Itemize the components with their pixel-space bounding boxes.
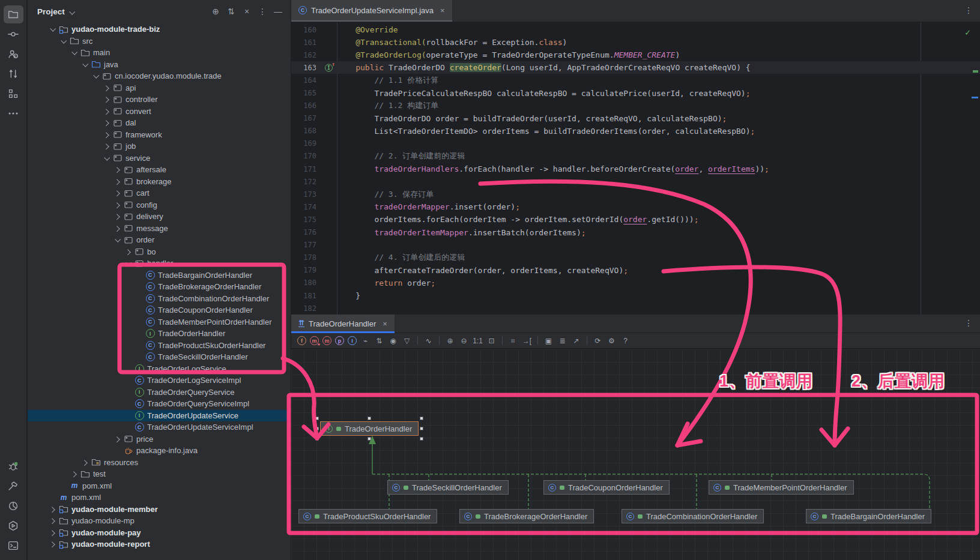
apply-layout-icon[interactable]: ⌗ [507,335,519,347]
fit-content-icon[interactable]: ⊡ [485,335,498,347]
expand-selection-icon[interactable]: ⇅ [225,5,238,18]
line-number[interactable]: 168 [291,127,337,135]
tree-row[interactable]: dal [28,117,291,129]
tree-row[interactable]: test [28,468,291,480]
chevron-right-icon[interactable] [112,191,122,195]
line-number[interactable]: 174 [291,203,337,211]
tree-row[interactable]: ITradeOrderHandler [28,328,291,340]
diagram-node[interactable]: CTradeProductSkuOrderHandler [298,509,437,523]
more-icon[interactable]: ⋮ [256,5,269,18]
tree-row[interactable]: ITradeOrderUpdateService [28,410,291,422]
tree-row[interactable]: price [28,433,291,445]
chevron-down-icon[interactable] [79,62,90,67]
tree-row[interactable]: resources [28,457,291,469]
line-number[interactable]: 176 [291,228,337,236]
tree-row[interactable]: CTradeOrderQueryServiceImpl [28,398,291,410]
tree-row[interactable]: CTradeSeckillOrderHandler [28,351,291,363]
profiler-icon[interactable] [4,497,23,515]
edge-creation-icon[interactable]: ∿ [422,335,435,347]
tree-row[interactable]: CTradeOrderLogServiceImpl [28,375,291,387]
code-line[interactable]: 175orderItems.forEach(orderItem -> order… [291,213,980,226]
diagram-node[interactable]: CTradeCouponOrderHandler [543,480,670,495]
line-number[interactable]: 167 [291,114,337,122]
code-line[interactable]: 167TradeOrderDO order = buildTradeOrder(… [291,112,980,125]
filter-icon[interactable]: ▽ [401,335,413,347]
tree-row[interactable]: cn.iocoder.yudao.module.trade [28,70,291,82]
link-icon[interactable]: ⌁ [359,335,372,347]
chevron-right-icon[interactable] [79,460,90,465]
project-panel-title[interactable]: Project [37,7,65,16]
tree-row[interactable]: yudao-module-report [28,538,291,550]
tree-row[interactable]: convert [28,106,291,118]
line-number[interactable]: 166 [291,101,337,110]
line-number[interactable]: 163I↑ [291,64,337,72]
chevron-down-icon[interactable] [112,238,122,242]
line-number[interactable]: 165 [291,89,337,97]
editor-tab[interactable]: C TradeOrderUpdateServiceImpl.java × [291,0,452,22]
chevron-right-icon[interactable] [122,250,133,254]
methods-visibility-toggle[interactable]: m [322,336,331,345]
tree-row[interactable]: CTradeCombinationOrderHandler [28,293,291,305]
code-line[interactable]: 172 [291,175,980,188]
tree-row[interactable]: package-info.java [28,445,291,457]
chevron-right-icon[interactable] [47,542,58,546]
tree-row[interactable]: ITradeOrderQueryService [28,387,291,399]
code-line[interactable]: 171tradeOrderHandlers.forEach(handler ->… [291,163,980,175]
tree-row[interactable]: CTradeOrderUpdateServiceImpl [28,421,291,433]
build-icon[interactable] [4,477,23,495]
code-line[interactable]: 161@Transactional(rollbackFor = Exceptio… [291,36,980,49]
code-line[interactable]: 182 [291,302,980,315]
code-line[interactable]: 177 [291,239,980,251]
line-number[interactable]: 179 [291,266,337,274]
chevron-right-icon[interactable] [101,144,112,148]
structure-icon[interactable] [4,85,23,103]
kebab-menu-icon[interactable]: ⋮ [964,5,973,15]
chevron-right-icon[interactable] [112,214,122,218]
refresh-icon[interactable]: ⟳ [591,335,604,347]
help-icon[interactable]: ? [619,335,632,347]
selection-handle[interactable] [368,437,371,441]
tree-row[interactable]: framework [28,129,291,141]
close-icon[interactable]: × [383,319,387,328]
hide-panel-icon[interactable]: — [271,5,285,18]
line-number[interactable]: 171 [291,165,337,173]
code-line[interactable]: 181} [291,289,980,302]
code-line[interactable]: 162@TradeOrderLog(operateType = TradeOrd… [291,49,980,61]
line-number[interactable]: 169 [291,139,337,148]
diagram-node[interactable]: CTradeBargainOrderHandler [806,509,931,523]
export-icon[interactable]: ↗ [570,335,582,347]
selection-handle[interactable] [420,437,423,441]
line-number[interactable]: 161 [291,38,337,47]
chevron-right-icon[interactable] [112,179,122,184]
chevron-right-icon[interactable] [68,472,79,476]
terminal-icon[interactable] [4,537,23,555]
pull-requests-icon[interactable] [4,65,23,83]
diagram-node[interactable]: CTradeBrokerageOrderHandler [459,509,594,523]
debug-icon[interactable] [4,457,23,475]
chevron-down-icon[interactable] [47,27,58,31]
kebab-menu-icon[interactable]: ⋮ [964,318,973,328]
line-number[interactable]: 181 [291,292,337,300]
chevron-down-icon[interactable] [101,156,112,160]
tree-row[interactable]: ITradeOrderLogService [28,363,291,375]
chevron-right-icon[interactable] [112,203,122,207]
code-line[interactable]: 168List<TradeOrderItemDO> orderItems = b… [291,125,980,137]
services-icon[interactable] [4,517,23,535]
diagram-node[interactable]: CTradeSeckillOrderHandler [387,480,509,495]
code-line[interactable]: 166// 1.2 构建订单 [291,100,980,112]
line-number[interactable]: 177 [291,241,337,249]
tree-row[interactable]: brokerage [28,176,291,188]
code-line[interactable]: 169 [291,137,980,150]
selection-handle[interactable] [315,427,319,430]
tree-row[interactable]: api [28,82,291,94]
chevron-right-icon[interactable] [101,121,112,125]
selection-handle[interactable] [368,417,371,420]
code-line[interactable]: 170// 2. 订单创建前的逻辑 [291,150,980,163]
chevron-down-icon[interactable] [68,50,79,55]
tree-row[interactable]: src [28,35,291,47]
tree-row[interactable]: config [28,199,291,211]
code-line[interactable]: 180return order; [291,277,980,289]
tree-row[interactable]: handler [28,257,291,269]
tree-row[interactable]: CTradeBrokerageOrderHandler [28,281,291,293]
chevron-right-icon[interactable] [47,519,58,523]
